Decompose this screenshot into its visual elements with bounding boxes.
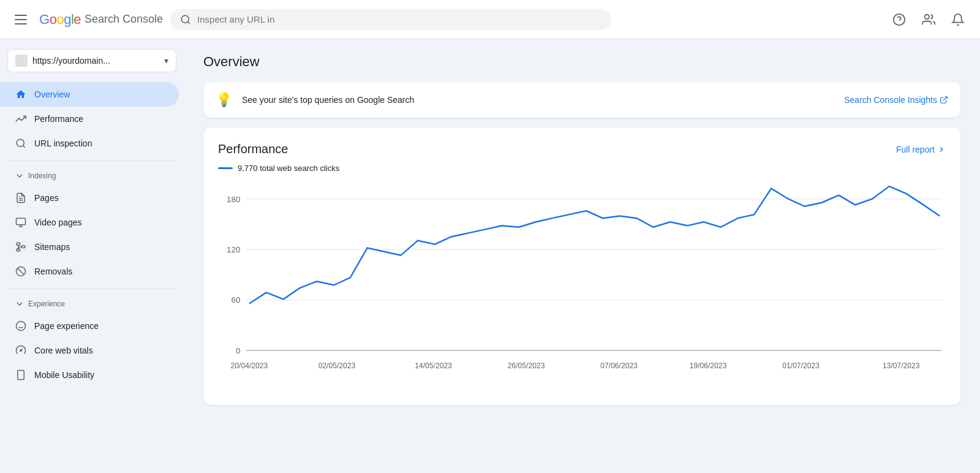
x-label-1: 20/04/2023 — [231, 361, 268, 370]
url-search-bar[interactable] — [170, 9, 611, 30]
page-experience-icon — [15, 320, 27, 332]
svg-line-1 — [188, 21, 190, 23]
full-report-link[interactable]: Full report — [896, 145, 946, 154]
sidebar-item-label: Overview — [34, 89, 70, 99]
performance-header: Performance Full report — [218, 142, 946, 156]
sidebar: https://yourdomain... ▾ Overview Perform… — [0, 39, 184, 473]
indexing-label: Indexing — [28, 172, 56, 180]
svg-point-5 — [17, 139, 24, 146]
account-settings-button[interactable] — [916, 7, 941, 32]
y-label-60: 60 — [232, 295, 241, 305]
y-label-180: 180 — [227, 195, 240, 204]
svg-line-26 — [943, 97, 947, 100]
trending-up-icon — [15, 113, 27, 125]
svg-rect-12 — [17, 243, 20, 245]
file-icon — [15, 192, 27, 204]
search-input[interactable] — [197, 14, 601, 25]
removals-icon — [15, 265, 27, 278]
nav-divider — [10, 161, 174, 161]
performance-legend: 9,770 total web search clicks — [218, 164, 946, 173]
experience-label: Experience — [28, 300, 65, 308]
lightbulb-icon: 💡 — [216, 92, 232, 108]
app-title: Search Console — [85, 13, 163, 26]
chart-line — [249, 186, 940, 304]
svg-line-16 — [18, 247, 22, 248]
sidebar-item-removals[interactable]: Removals — [0, 259, 179, 284]
topbar: Google Search Console — [0, 0, 980, 39]
domain-icon — [15, 55, 28, 67]
sidebar-item-label: Core web vitals — [34, 346, 93, 355]
x-label-3: 14/05/2023 — [415, 361, 452, 370]
sidebar-item-url-inspection[interactable]: URL inspection — [0, 131, 179, 156]
page-title: Overview — [203, 54, 960, 70]
domain-selector[interactable]: https://yourdomain... ▾ — [7, 49, 176, 72]
performance-card: Performance Full report 9,770 total web … — [203, 127, 960, 405]
x-label-4: 26/05/2023 — [508, 361, 545, 370]
x-label-5: 07/06/2023 — [600, 361, 638, 370]
sidebar-item-page-experience[interactable]: Page experience — [0, 314, 179, 338]
y-label-120: 120 — [227, 245, 240, 254]
menu-button[interactable] — [10, 10, 32, 29]
search-icon — [15, 137, 27, 149]
x-label-6: 19/06/2023 — [690, 361, 727, 370]
insight-banner: 💡 See your site's top queries on Google … — [203, 82, 960, 118]
experience-section-header[interactable]: Experience — [0, 294, 184, 314]
main-layout: https://yourdomain... ▾ Overview Perform… — [0, 39, 980, 473]
x-label-7: 01/07/2023 — [782, 361, 820, 370]
insight-text: See your site's top queries on Google Se… — [242, 95, 834, 105]
performance-title: Performance — [218, 142, 288, 156]
svg-rect-9 — [17, 218, 26, 225]
sidebar-item-label: Removals — [34, 267, 72, 276]
svg-point-19 — [17, 322, 26, 331]
gauge-icon — [15, 344, 27, 357]
sidebar-item-label: Page experience — [34, 321, 99, 331]
notifications-button[interactable] — [946, 7, 970, 32]
help-button[interactable] — [887, 7, 911, 32]
sidebar-item-pages[interactable]: Pages — [0, 186, 179, 210]
search-console-insights-link[interactable]: Search Console Insights — [844, 95, 948, 105]
sidebar-item-label: Video pages — [34, 218, 82, 227]
sidebar-item-overview[interactable]: Overview — [0, 82, 179, 107]
sidebar-item-label: URL inspection — [34, 138, 92, 148]
sidebar-item-video-pages[interactable]: Video pages — [0, 210, 179, 235]
svg-line-6 — [23, 145, 24, 147]
mobile-icon — [15, 369, 27, 381]
sidebar-item-core-web-vitals[interactable]: Core web vitals — [0, 338, 179, 363]
main-content: Overview 💡 See your site's top queries o… — [184, 39, 980, 473]
indexing-section-header[interactable]: Indexing — [0, 166, 184, 186]
domain-text: https://yourdomain... — [32, 56, 159, 66]
chart-svg: 180 120 60 0 20/04/2023 02/05/2023 14/05… — [218, 183, 946, 390]
svg-rect-14 — [22, 246, 25, 248]
sidebar-item-label: Mobile Usability — [34, 370, 94, 380]
sidebar-item-sitemaps[interactable]: Sitemaps — [0, 235, 179, 259]
search-icon — [180, 14, 191, 25]
y-label-0: 0 — [236, 346, 240, 355]
svg-point-4 — [925, 14, 929, 18]
sitemap-icon — [15, 241, 27, 253]
x-label-2: 02/05/2023 — [318, 361, 356, 370]
performance-chart: 180 120 60 0 20/04/2023 02/05/2023 14/05… — [218, 183, 946, 390]
legend-label: 9,770 total web search clicks — [238, 164, 339, 173]
home-icon — [15, 88, 27, 100]
topbar-actions — [887, 7, 970, 32]
sidebar-item-performance[interactable]: Performance — [0, 107, 179, 131]
sidebar-item-label: Pages — [34, 193, 59, 203]
sidebar-item-mobile-usability[interactable]: Mobile Usability — [0, 363, 179, 387]
logo[interactable]: Google Search Console — [39, 12, 163, 28]
sidebar-item-label: Sitemaps — [34, 242, 70, 252]
svg-point-0 — [181, 15, 189, 23]
svg-point-23 — [20, 350, 21, 351]
video-icon — [15, 216, 27, 229]
legend-line — [218, 167, 233, 169]
svg-line-18 — [18, 268, 24, 275]
x-label-8: 13/07/2023 — [883, 361, 920, 370]
chevron-down-icon: ▾ — [164, 56, 168, 66]
sidebar-item-label: Performance — [34, 114, 83, 124]
nav-divider — [10, 289, 174, 289]
